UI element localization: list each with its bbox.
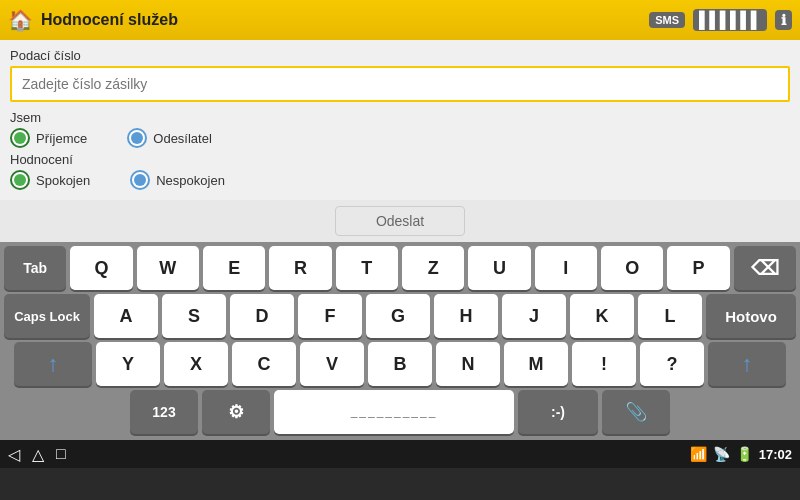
key-m[interactable]: M <box>504 342 568 386</box>
rating-nespokojen[interactable]: Nespokojen <box>130 170 225 190</box>
key-k[interactable]: K <box>570 294 634 338</box>
key-question[interactable]: ? <box>640 342 704 386</box>
app-header: 🏠 Hodnocení služeb SMS ▌▌▌▌▌▌ ℹ <box>0 0 800 40</box>
role-prijemce-label: Příjemce <box>36 131 87 146</box>
role-prijemce[interactable]: Příjemce <box>10 128 87 148</box>
key-space[interactable]: __________ <box>274 390 514 434</box>
home-icon: 🏠 <box>8 8 33 32</box>
radio-dot <box>14 132 26 144</box>
key-s[interactable]: S <box>162 294 226 338</box>
key-w[interactable]: W <box>137 246 199 290</box>
radio-dot-alt-2 <box>134 174 146 186</box>
key-t[interactable]: T <box>336 246 398 290</box>
key-e[interactable]: E <box>203 246 265 290</box>
nav-recents-button[interactable]: □ <box>56 445 66 464</box>
keyboard-row-2: Caps Lock A S D F G H J K L Hotovo <box>4 294 796 338</box>
signal-icon: 📶 <box>690 446 707 462</box>
key-123[interactable]: 123 <box>130 390 198 434</box>
key-exclamation[interactable]: ! <box>572 342 636 386</box>
battery-icon: 🔋 <box>736 446 753 462</box>
key-z[interactable]: Z <box>402 246 464 290</box>
role-odesilatel[interactable]: Odesílatel <box>127 128 212 148</box>
keyboard-row-3: ↑ Y X C V B N M ! ? ↑ <box>4 342 796 386</box>
key-clip[interactable]: 📎 <box>602 390 670 434</box>
keyboard: Tab Q W E R T Z U I O P ⌫ Caps Lock A S … <box>0 242 800 440</box>
sms-button[interactable]: SMS <box>649 12 685 28</box>
role-odesilatel-radio[interactable] <box>127 128 147 148</box>
role-options: Příjemce Odesílatel <box>10 128 790 148</box>
key-backspace[interactable]: ⌫ <box>734 246 796 290</box>
key-n[interactable]: N <box>436 342 500 386</box>
form-area: Podací číslo Jsem Příjemce Odesílatel Ho… <box>0 40 800 200</box>
nav-back-button[interactable]: ◁ <box>8 445 20 464</box>
rating-label: Hodnocení <box>10 152 790 167</box>
key-p[interactable]: P <box>667 246 729 290</box>
rating-nespokojen-radio[interactable] <box>130 170 150 190</box>
key-shift-right[interactable]: ↑ <box>708 342 786 386</box>
rating-spokojen[interactable]: Spokojen <box>10 170 90 190</box>
rating-options: Spokojen Nespokojen <box>10 170 790 190</box>
header-actions: SMS ▌▌▌▌▌▌ ℹ <box>649 9 792 31</box>
key-d[interactable]: D <box>230 294 294 338</box>
info-icon[interactable]: ℹ <box>775 10 792 30</box>
radio-dot-alt <box>131 132 143 144</box>
key-tab[interactable]: Tab <box>4 246 66 290</box>
nav-buttons: ◁ △ □ <box>8 445 66 464</box>
key-b[interactable]: B <box>368 342 432 386</box>
key-h[interactable]: H <box>434 294 498 338</box>
key-caps-lock[interactable]: Caps Lock <box>4 294 90 338</box>
key-j[interactable]: J <box>502 294 566 338</box>
tracking-input[interactable] <box>10 66 790 102</box>
tracking-label: Podací číslo <box>10 48 790 63</box>
key-emoji[interactable]: :-) <box>518 390 598 434</box>
send-button-area: Odeslat <box>0 200 800 242</box>
status-bar: ◁ △ □ 📶 📡 🔋 17:02 <box>0 440 800 468</box>
key-o[interactable]: O <box>601 246 663 290</box>
app-title: Hodnocení služeb <box>41 11 641 29</box>
key-x[interactable]: X <box>164 342 228 386</box>
clock: 17:02 <box>759 447 792 462</box>
key-f[interactable]: F <box>298 294 362 338</box>
barcode-icon[interactable]: ▌▌▌▌▌▌ <box>693 9 767 31</box>
key-c[interactable]: C <box>232 342 296 386</box>
key-shift-left[interactable]: ↑ <box>14 342 92 386</box>
key-r[interactable]: R <box>269 246 331 290</box>
rating-spokojen-label: Spokojen <box>36 173 90 188</box>
role-odesilatel-label: Odesílatel <box>153 131 212 146</box>
wifi-icon: 📡 <box>713 446 730 462</box>
nav-home-button[interactable]: △ <box>32 445 44 464</box>
key-v[interactable]: V <box>300 342 364 386</box>
status-right: 📶 📡 🔋 17:02 <box>690 446 792 462</box>
rating-nespokojen-label: Nespokojen <box>156 173 225 188</box>
rating-spokojen-radio[interactable] <box>10 170 30 190</box>
key-g[interactable]: G <box>366 294 430 338</box>
key-gear[interactable]: ⚙ <box>202 390 270 434</box>
key-a[interactable]: A <box>94 294 158 338</box>
role-prijemce-radio[interactable] <box>10 128 30 148</box>
key-y[interactable]: Y <box>96 342 160 386</box>
keyboard-row-1: Tab Q W E R T Z U I O P ⌫ <box>4 246 796 290</box>
key-u[interactable]: U <box>468 246 530 290</box>
key-l[interactable]: L <box>638 294 702 338</box>
role-label: Jsem <box>10 110 790 125</box>
key-i[interactable]: I <box>535 246 597 290</box>
radio-dot-2 <box>14 174 26 186</box>
keyboard-row-4: 123 ⚙ __________ :-) 📎 <box>4 390 796 434</box>
key-q[interactable]: Q <box>70 246 132 290</box>
key-hotovo[interactable]: Hotovo <box>706 294 796 338</box>
send-button[interactable]: Odeslat <box>335 206 465 236</box>
